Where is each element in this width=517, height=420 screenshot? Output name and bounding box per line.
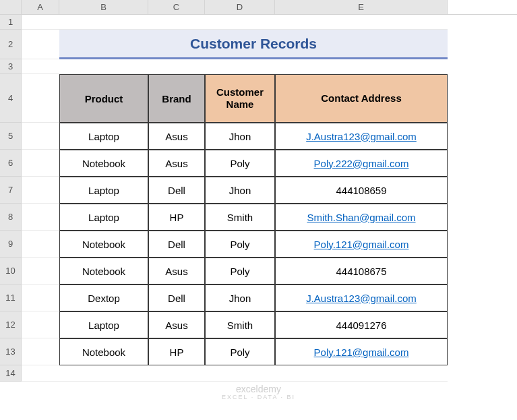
cell-contact[interactable]: Smith.Shan@gmail.com	[275, 204, 448, 231]
row-5: 5LaptopAsusJhonJ.Austra123@gmail.com	[0, 123, 517, 150]
cell-B1[interactable]	[59, 15, 148, 30]
cell-A9[interactable]	[22, 231, 59, 258]
cell-B14[interactable]	[59, 365, 148, 382]
cell-product[interactable]: Laptop	[59, 177, 148, 204]
cell-E1[interactable]	[275, 15, 448, 30]
cell-A13[interactable]	[22, 338, 59, 365]
cell-A5[interactable]	[22, 123, 59, 150]
cell-brand[interactable]: Dell	[148, 284, 205, 311]
row-header-8[interactable]: 8	[0, 204, 22, 231]
row-2: 2 Customer Records	[0, 30, 517, 59]
cell-product[interactable]: Notebook	[59, 338, 148, 365]
contact-link[interactable]: Smith.Shan@gmail.com	[307, 212, 415, 223]
row-header-11[interactable]: 11	[0, 284, 22, 311]
cell-product[interactable]: Laptop	[59, 311, 148, 338]
cell-contact[interactable]: Poly.222@gmail.com	[275, 150, 448, 177]
row-10: 10NotebookAsusPoly444108675	[0, 258, 517, 284]
cell-customer[interactable]: Poly	[205, 150, 275, 177]
cell-contact[interactable]: 444108659	[275, 177, 448, 204]
spreadsheet: A B C D E 1 2 Customer Records 3 4 Produ…	[0, 0, 517, 420]
cell-A7[interactable]	[22, 177, 59, 204]
row-header-5[interactable]: 5	[0, 123, 22, 150]
cell-A10[interactable]	[22, 258, 59, 284]
cell-B3[interactable]	[59, 59, 148, 74]
cell-A1[interactable]	[22, 15, 59, 30]
cell-E3[interactable]	[275, 59, 448, 74]
cell-A3[interactable]	[22, 59, 59, 74]
cell-A11[interactable]	[22, 284, 59, 311]
cell-customer[interactable]: Smith	[205, 311, 275, 338]
col-header-E[interactable]: E	[275, 0, 448, 14]
row-7: 7LaptopDellJhon444108659	[0, 177, 517, 204]
cell-A4[interactable]	[22, 74, 59, 123]
col-header-A[interactable]: A	[22, 0, 59, 14]
select-all-corner[interactable]	[0, 0, 22, 14]
cell-product[interactable]: Laptop	[59, 123, 148, 150]
contact-link[interactable]: J.Austra123@gmail.com	[306, 293, 417, 304]
row-header-4[interactable]: 4	[0, 74, 22, 123]
cell-product[interactable]: Notebook	[59, 231, 148, 258]
row-header-13[interactable]: 13	[0, 338, 22, 365]
cell-brand[interactable]: HP	[148, 338, 205, 365]
cell-contact[interactable]: 444108675	[275, 258, 448, 284]
cell-product[interactable]: Notebook	[59, 150, 148, 177]
header-contact[interactable]: Contact Address	[275, 74, 448, 123]
row-header-10[interactable]: 10	[0, 258, 22, 284]
cell-customer[interactable]: Jhon	[205, 123, 275, 150]
row-3: 3	[0, 59, 517, 74]
col-header-C[interactable]: C	[148, 0, 205, 14]
cell-contact[interactable]: 444091276	[275, 311, 448, 338]
col-header-B[interactable]: B	[59, 0, 148, 14]
cell-A8[interactable]	[22, 204, 59, 231]
cell-product[interactable]: Dextop	[59, 284, 148, 311]
cell-customer[interactable]: Smith	[205, 204, 275, 231]
cell-brand[interactable]: Asus	[148, 150, 205, 177]
cell-C1[interactable]	[148, 15, 205, 30]
contact-link[interactable]: Poly.121@gmail.com	[314, 239, 409, 250]
cell-brand[interactable]: Asus	[148, 258, 205, 284]
row-header-7[interactable]: 7	[0, 177, 22, 204]
cell-customer[interactable]: Poly	[205, 258, 275, 284]
contact-link[interactable]: Poly.222@gmail.com	[314, 158, 409, 169]
cell-contact[interactable]: J.Austra123@gmail.com	[275, 123, 448, 150]
cell-contact[interactable]: Poly.121@gmail.com	[275, 338, 448, 365]
cell-customer[interactable]: Jhon	[205, 177, 275, 204]
row-header-2[interactable]: 2	[0, 30, 22, 59]
header-product[interactable]: Product	[59, 74, 148, 123]
row-header-3[interactable]: 3	[0, 59, 22, 74]
row-11: 11DextopDellJhonJ.Austra123@gmail.com	[0, 284, 517, 311]
cell-customer[interactable]: Jhon	[205, 284, 275, 311]
cell-brand[interactable]: Dell	[148, 177, 205, 204]
cell-product[interactable]: Laptop	[59, 204, 148, 231]
row-header-1[interactable]: 1	[0, 15, 22, 30]
cell-customer[interactable]: Poly	[205, 338, 275, 365]
cell-brand[interactable]: Dell	[148, 231, 205, 258]
cell-brand[interactable]: Asus	[148, 311, 205, 338]
cell-A14[interactable]	[22, 365, 59, 382]
cell-contact[interactable]: Poly.121@gmail.com	[275, 231, 448, 258]
cell-brand[interactable]: HP	[148, 204, 205, 231]
col-header-D[interactable]: D	[205, 0, 275, 14]
row-header-14[interactable]: 14	[0, 365, 22, 382]
title-cell[interactable]: Customer Records	[59, 30, 448, 59]
cell-D1[interactable]	[205, 15, 275, 30]
cell-D14[interactable]	[205, 365, 275, 382]
cell-A12[interactable]	[22, 311, 59, 338]
cell-C3[interactable]	[148, 59, 205, 74]
contact-link[interactable]: Poly.121@gmail.com	[314, 347, 409, 358]
contact-link[interactable]: J.Austra123@gmail.com	[306, 131, 417, 142]
cell-A2[interactable]	[22, 30, 59, 59]
row-header-12[interactable]: 12	[0, 311, 22, 338]
cell-customer[interactable]: Poly	[205, 231, 275, 258]
row-header-6[interactable]: 6	[0, 150, 22, 177]
cell-C14[interactable]	[148, 365, 205, 382]
cell-E14[interactable]	[275, 365, 448, 382]
row-header-9[interactable]: 9	[0, 231, 22, 258]
header-customer[interactable]: Customer Name	[205, 74, 275, 123]
cell-contact[interactable]: J.Austra123@gmail.com	[275, 284, 448, 311]
cell-D3[interactable]	[205, 59, 275, 74]
cell-brand[interactable]: Asus	[148, 123, 205, 150]
cell-A6[interactable]	[22, 150, 59, 177]
cell-product[interactable]: Notebook	[59, 258, 148, 284]
header-brand[interactable]: Brand	[148, 74, 205, 123]
